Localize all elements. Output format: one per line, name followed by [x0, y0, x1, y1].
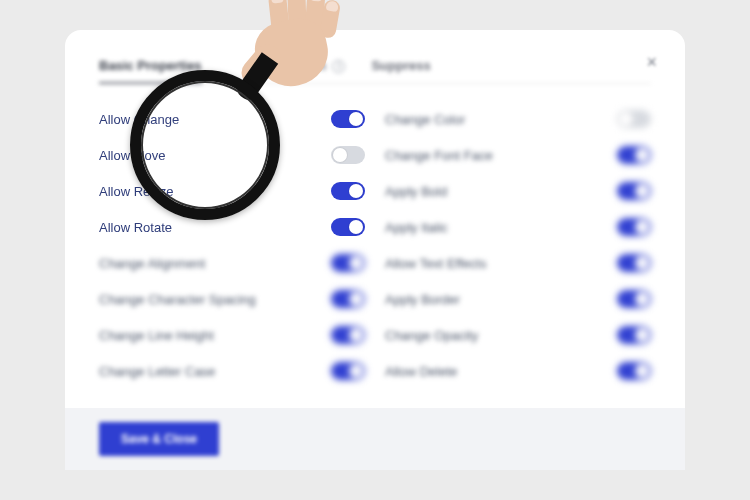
setting-row: Apply Bold: [385, 176, 651, 206]
setting-label: Allow Delete: [385, 364, 457, 379]
setting-label: Apply Italic: [385, 220, 448, 235]
properties-modal: Basic Properties Automation i Suppress ×…: [65, 30, 685, 470]
toggle-switch[interactable]: [617, 110, 651, 128]
setting-label: Allow Move: [99, 148, 165, 163]
tab-suppress[interactable]: Suppress: [371, 58, 430, 73]
setting-label: Apply Bold: [385, 184, 447, 199]
tab-basic-properties[interactable]: Basic Properties: [99, 58, 202, 84]
modal-body: Allow ChangeAllow MoveAllow ResizeAllow …: [99, 84, 651, 402]
setting-row: Apply Border: [385, 284, 651, 314]
toggle-switch[interactable]: [331, 110, 365, 128]
setting-label: Change Line Height: [99, 328, 214, 343]
toggle-switch[interactable]: [617, 254, 651, 272]
close-icon[interactable]: ×: [646, 52, 657, 73]
setting-row: Allow Move: [99, 140, 365, 170]
setting-label: Change Opacity: [385, 328, 478, 343]
setting-row: Change Opacity: [385, 320, 651, 350]
setting-row: Change Letter Case: [99, 356, 365, 386]
toggle-switch[interactable]: [331, 362, 365, 380]
setting-label: Change Color: [385, 112, 465, 127]
setting-row: Change Alignment: [99, 248, 365, 278]
setting-row: Apply Italic: [385, 212, 651, 242]
toggle-switch[interactable]: [617, 290, 651, 308]
setting-label: Change Alignment: [99, 256, 205, 271]
toggle-switch[interactable]: [331, 290, 365, 308]
setting-label: Allow Change: [99, 112, 179, 127]
left-column: Allow ChangeAllow MoveAllow ResizeAllow …: [99, 104, 365, 402]
toggle-switch[interactable]: [331, 254, 365, 272]
setting-row: Allow Change: [99, 104, 365, 134]
setting-label: Change Letter Case: [99, 364, 215, 379]
toggle-switch[interactable]: [331, 182, 365, 200]
setting-label: Change Font Face: [385, 148, 493, 163]
setting-label: Allow Rotate: [99, 220, 172, 235]
modal-footer: Save & Close: [65, 408, 685, 470]
setting-row: Change Line Height: [99, 320, 365, 350]
setting-row: Change Font Face: [385, 140, 651, 170]
toggle-switch[interactable]: [617, 362, 651, 380]
tab-bar: Basic Properties Automation i Suppress: [99, 58, 651, 84]
setting-row: Change Color: [385, 104, 651, 134]
right-column: Change ColorChange Font FaceApply BoldAp…: [385, 104, 651, 402]
setting-row: Allow Resize: [99, 176, 365, 206]
setting-label: Change Character Spacing: [99, 292, 256, 307]
setting-row: Allow Text Effects: [385, 248, 651, 278]
tab-automation-label: Automation: [254, 58, 326, 73]
setting-row: Allow Rotate: [99, 212, 365, 242]
toggle-switch[interactable]: [331, 218, 365, 236]
info-icon: i: [332, 60, 345, 73]
setting-label: Apply Border: [385, 292, 460, 307]
toggle-switch[interactable]: [617, 326, 651, 344]
toggle-switch[interactable]: [617, 146, 651, 164]
setting-row: Allow Delete: [385, 356, 651, 386]
setting-label: Allow Text Effects: [385, 256, 486, 271]
toggle-switch[interactable]: [617, 182, 651, 200]
toggle-switch[interactable]: [617, 218, 651, 236]
setting-row: Change Character Spacing: [99, 284, 365, 314]
toggle-switch[interactable]: [331, 326, 365, 344]
save-and-close-button[interactable]: Save & Close: [99, 422, 219, 456]
setting-label: Allow Resize: [99, 184, 173, 199]
toggle-switch[interactable]: [331, 146, 365, 164]
tab-automation[interactable]: Automation i: [254, 58, 346, 73]
